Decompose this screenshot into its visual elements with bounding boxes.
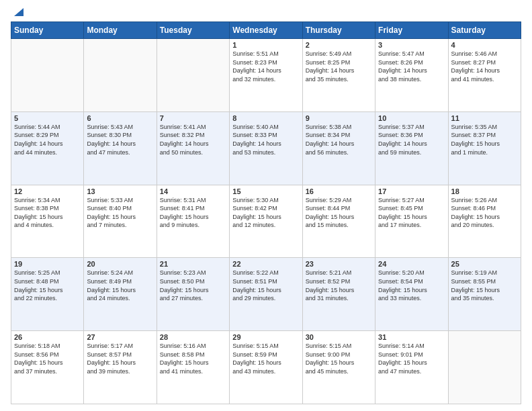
column-header-monday: Monday: [84, 22, 157, 39]
calendar-cell: 23Sunrise: 5:21 AM Sunset: 8:52 PM Dayli…: [302, 258, 375, 331]
calendar-cell: 31Sunrise: 5:14 AM Sunset: 9:01 PM Dayli…: [375, 331, 448, 404]
day-info: Sunrise: 5:15 AM Sunset: 9:00 PM Dayligh…: [306, 342, 372, 375]
day-info: Sunrise: 5:30 AM Sunset: 8:42 PM Dayligh…: [232, 196, 299, 230]
day-number: 15: [232, 187, 299, 195]
day-info: Sunrise: 5:21 AM Sunset: 8:52 PM Dayligh…: [306, 269, 372, 302]
calendar-week-row: 1Sunrise: 5:51 AM Sunset: 8:23 PM Daylig…: [11, 39, 521, 112]
header: [11, 7, 521, 17]
calendar-cell: 17Sunrise: 5:27 AM Sunset: 8:45 PM Dayli…: [375, 185, 448, 258]
day-number: 6: [87, 114, 153, 122]
day-info: Sunrise: 5:34 AM Sunset: 8:38 PM Dayligh…: [14, 196, 81, 230]
day-number: 1: [232, 41, 299, 49]
day-number: 11: [451, 114, 518, 122]
day-number: 9: [306, 114, 372, 122]
day-number: 22: [232, 260, 299, 268]
day-number: 8: [232, 114, 299, 122]
day-number: 16: [306, 187, 372, 195]
page: SundayMondayTuesdayWednesdayThursdayFrid…: [0, 0, 532, 411]
calendar-cell: [157, 39, 229, 112]
day-number: 10: [378, 114, 445, 122]
day-info: Sunrise: 5:47 AM Sunset: 8:26 PM Dayligh…: [378, 50, 445, 83]
day-number: 13: [87, 187, 153, 195]
calendar-cell: [84, 39, 157, 112]
calendar-cell: 26Sunrise: 5:18 AM Sunset: 8:56 PM Dayli…: [11, 331, 84, 404]
calendar-cell: 11Sunrise: 5:35 AM Sunset: 8:37 PM Dayli…: [448, 111, 521, 185]
day-number: 12: [14, 187, 81, 195]
calendar-header-row: SundayMondayTuesdayWednesdayThursdayFrid…: [11, 22, 521, 39]
day-info: Sunrise: 5:26 AM Sunset: 8:46 PM Dayligh…: [451, 196, 518, 230]
day-info: Sunrise: 5:19 AM Sunset: 8:55 PM Dayligh…: [451, 269, 518, 302]
day-number: 21: [160, 260, 226, 268]
day-number: 24: [378, 260, 445, 268]
calendar-cell: 9Sunrise: 5:38 AM Sunset: 8:34 PM Daylig…: [302, 111, 375, 185]
day-number: 31: [378, 333, 445, 341]
calendar-cell: 4Sunrise: 5:46 AM Sunset: 8:27 PM Daylig…: [448, 39, 521, 112]
calendar-cell: 14Sunrise: 5:31 AM Sunset: 8:41 PM Dayli…: [157, 185, 229, 258]
day-number: 27: [87, 333, 153, 341]
day-info: Sunrise: 5:44 AM Sunset: 8:29 PM Dayligh…: [14, 123, 81, 156]
day-info: Sunrise: 5:51 AM Sunset: 8:23 PM Dayligh…: [232, 50, 299, 83]
day-info: Sunrise: 5:27 AM Sunset: 8:45 PM Dayligh…: [378, 196, 445, 230]
calendar-week-row: 26Sunrise: 5:18 AM Sunset: 8:56 PM Dayli…: [11, 331, 521, 404]
calendar-cell: 25Sunrise: 5:19 AM Sunset: 8:55 PM Dayli…: [448, 258, 521, 331]
calendar-cell: 3Sunrise: 5:47 AM Sunset: 8:26 PM Daylig…: [375, 39, 448, 112]
day-number: 19: [14, 260, 81, 268]
day-number: 23: [306, 260, 372, 268]
day-info: Sunrise: 5:35 AM Sunset: 8:37 PM Dayligh…: [451, 123, 518, 156]
day-number: 4: [451, 41, 518, 49]
day-info: Sunrise: 5:20 AM Sunset: 8:54 PM Dayligh…: [378, 269, 445, 302]
column-header-sunday: Sunday: [11, 22, 84, 39]
calendar-cell: 7Sunrise: 5:41 AM Sunset: 8:32 PM Daylig…: [157, 111, 229, 185]
calendar-week-row: 12Sunrise: 5:34 AM Sunset: 8:38 PM Dayli…: [11, 185, 521, 258]
column-header-wednesday: Wednesday: [230, 22, 302, 39]
calendar-cell: 8Sunrise: 5:40 AM Sunset: 8:33 PM Daylig…: [230, 111, 302, 185]
calendar-cell: 16Sunrise: 5:29 AM Sunset: 8:44 PM Dayli…: [302, 185, 375, 258]
day-number: 20: [87, 260, 153, 268]
column-header-thursday: Thursday: [302, 22, 375, 39]
logo: [11, 7, 24, 17]
calendar-cell: 13Sunrise: 5:33 AM Sunset: 8:40 PM Dayli…: [84, 185, 157, 258]
calendar-table: SundayMondayTuesdayWednesdayThursdayFrid…: [11, 21, 521, 404]
calendar-cell: 19Sunrise: 5:25 AM Sunset: 8:48 PM Dayli…: [11, 258, 84, 331]
day-number: 25: [451, 260, 518, 268]
day-number: 18: [451, 187, 518, 195]
day-info: Sunrise: 5:38 AM Sunset: 8:34 PM Dayligh…: [306, 123, 372, 156]
day-number: 26: [14, 333, 81, 341]
day-number: 5: [14, 114, 81, 122]
day-info: Sunrise: 5:15 AM Sunset: 8:59 PM Dayligh…: [232, 342, 299, 375]
column-header-tuesday: Tuesday: [157, 22, 229, 39]
day-info: Sunrise: 5:37 AM Sunset: 8:36 PM Dayligh…: [378, 123, 445, 156]
day-info: Sunrise: 5:29 AM Sunset: 8:44 PM Dayligh…: [306, 196, 372, 230]
calendar-cell: [11, 39, 84, 112]
calendar-cell: 15Sunrise: 5:30 AM Sunset: 8:42 PM Dayli…: [230, 185, 302, 258]
day-info: Sunrise: 5:41 AM Sunset: 8:32 PM Dayligh…: [160, 123, 226, 156]
day-info: Sunrise: 5:25 AM Sunset: 8:48 PM Dayligh…: [14, 269, 81, 302]
calendar-cell: 18Sunrise: 5:26 AM Sunset: 8:46 PM Dayli…: [448, 185, 521, 258]
calendar-cell: 27Sunrise: 5:17 AM Sunset: 8:57 PM Dayli…: [84, 331, 157, 404]
day-info: Sunrise: 5:31 AM Sunset: 8:41 PM Dayligh…: [160, 196, 226, 230]
calendar-cell: 1Sunrise: 5:51 AM Sunset: 8:23 PM Daylig…: [230, 39, 302, 112]
day-number: 2: [306, 41, 372, 49]
calendar-cell: [448, 331, 521, 404]
day-info: Sunrise: 5:14 AM Sunset: 9:01 PM Dayligh…: [378, 342, 445, 375]
svg-marker-0: [14, 8, 24, 16]
day-info: Sunrise: 5:22 AM Sunset: 8:51 PM Dayligh…: [232, 269, 299, 302]
calendar-cell: 22Sunrise: 5:22 AM Sunset: 8:51 PM Dayli…: [230, 258, 302, 331]
calendar-cell: 6Sunrise: 5:43 AM Sunset: 8:30 PM Daylig…: [84, 111, 157, 185]
calendar-cell: 2Sunrise: 5:49 AM Sunset: 8:25 PM Daylig…: [302, 39, 375, 112]
day-number: 7: [160, 114, 226, 122]
calendar-cell: 20Sunrise: 5:24 AM Sunset: 8:49 PM Dayli…: [84, 258, 157, 331]
day-number: 29: [232, 333, 299, 341]
day-info: Sunrise: 5:23 AM Sunset: 8:50 PM Dayligh…: [160, 269, 226, 302]
day-info: Sunrise: 5:40 AM Sunset: 8:33 PM Dayligh…: [232, 123, 299, 156]
calendar-week-row: 19Sunrise: 5:25 AM Sunset: 8:48 PM Dayli…: [11, 258, 521, 331]
day-info: Sunrise: 5:43 AM Sunset: 8:30 PM Dayligh…: [87, 123, 153, 156]
day-number: 17: [378, 187, 445, 195]
day-number: 30: [306, 333, 372, 341]
day-info: Sunrise: 5:49 AM Sunset: 8:25 PM Dayligh…: [306, 50, 372, 83]
calendar-cell: 28Sunrise: 5:16 AM Sunset: 8:58 PM Dayli…: [157, 331, 229, 404]
calendar-cell: 21Sunrise: 5:23 AM Sunset: 8:50 PM Dayli…: [157, 258, 229, 331]
day-info: Sunrise: 5:18 AM Sunset: 8:56 PM Dayligh…: [14, 342, 81, 375]
day-info: Sunrise: 5:33 AM Sunset: 8:40 PM Dayligh…: [87, 196, 153, 230]
logo-triangle-icon: [11, 5, 24, 17]
